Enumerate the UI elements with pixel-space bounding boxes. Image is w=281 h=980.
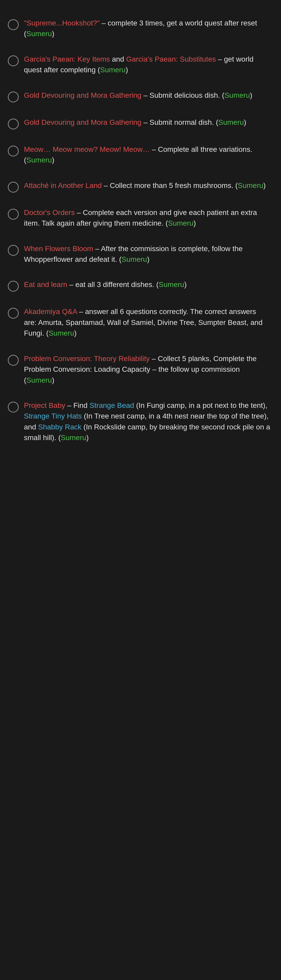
- location-tag: Sumeru: [168, 219, 193, 227]
- quest-description: Akademiya Q&A – answer all 6 questions c…: [24, 306, 271, 339]
- quest-description: Problem Conversion: Theory Reliability –…: [24, 353, 271, 385]
- list-item: Gold Devouring and Mora Gathering – Subm…: [8, 83, 271, 110]
- quest-checkbox[interactable]: [8, 281, 19, 292]
- list-item: "Supreme...Hookshot?" – complete 3 times…: [8, 10, 271, 46]
- quest-checkbox[interactable]: [8, 308, 19, 319]
- quest-description: Meow… Meow meow? Meow! Meow… – Complete …: [24, 144, 271, 165]
- list-item: Attaché in Another Land – Collect more t…: [8, 173, 271, 200]
- quest-title: Akademiya Q&A: [24, 307, 77, 316]
- item-link-shabby-rack: Shabby Rack: [38, 423, 82, 431]
- list-item: Project Baby – Find Strange Bead (In Fun…: [8, 393, 271, 450]
- location-tag: Sumeru: [26, 376, 52, 384]
- quest-title: "Supreme...Hookshot?": [24, 19, 100, 27]
- quest-checkbox[interactable]: [8, 182, 19, 192]
- quest-title: Attaché in Another Land: [24, 181, 102, 189]
- list-item: Eat and learn – eat all 3 different dish…: [8, 272, 271, 299]
- location-tag: Sumeru: [238, 181, 263, 189]
- location-tag: Sumeru: [26, 156, 52, 164]
- quest-title: Eat and learn: [24, 280, 67, 288]
- quest-description: "Supreme...Hookshot?" – complete 3 times…: [24, 18, 271, 39]
- location-tag: Sumeru: [61, 434, 86, 442]
- item-link-strange-bead: Strange Bead: [89, 401, 134, 409]
- quest-checkbox[interactable]: [8, 19, 19, 30]
- quest-description: Project Baby – Find Strange Bead (In Fun…: [24, 400, 271, 443]
- quest-title: Garcia's Paean: Key Items: [24, 55, 110, 63]
- list-item: Gold Devouring and Mora Gathering – Subm…: [8, 110, 271, 137]
- location-tag: Sumeru: [218, 118, 244, 126]
- quest-description: Gold Devouring and Mora Gathering – Subm…: [24, 90, 271, 100]
- quest-description: Eat and learn – eat all 3 different dish…: [24, 279, 271, 290]
- location-tag: Sumeru: [224, 91, 250, 99]
- quest-checkbox[interactable]: [8, 402, 19, 412]
- quest-title: Doctor's Orders: [24, 208, 75, 216]
- quest-description: When Flowers Bloom – After the commissio…: [24, 243, 271, 265]
- quest-title: Gold Devouring and Mora Gathering: [24, 118, 141, 126]
- quest-checkbox[interactable]: [8, 56, 19, 66]
- quest-title: When Flowers Bloom: [24, 245, 93, 253]
- quest-title-2: Garcia's Paean: Substitutes: [126, 55, 216, 63]
- quest-description: Doctor's Orders – Complete each version …: [24, 207, 271, 229]
- quest-description: Attaché in Another Land – Collect more t…: [24, 180, 271, 191]
- location-tag: Sumeru: [100, 66, 126, 74]
- quest-title: Meow… Meow meow? Meow! Meow…: [24, 145, 150, 153]
- quest-description: Garcia's Paean: Key Items and Garcia's P…: [24, 54, 271, 75]
- quest-checkbox[interactable]: [8, 146, 19, 156]
- quest-checkbox[interactable]: [8, 209, 19, 220]
- list-item: Garcia's Paean: Key Items and Garcia's P…: [8, 46, 271, 83]
- location-tag: Sumeru: [26, 30, 52, 38]
- list-item: Doctor's Orders – Complete each version …: [8, 200, 271, 236]
- quest-checkbox[interactable]: [8, 119, 19, 129]
- quest-description: Gold Devouring and Mora Gathering – Subm…: [24, 117, 271, 127]
- quest-title: Project Baby: [24, 401, 65, 409]
- item-link-strange-tiny-hats: Strange Tiny Hats: [24, 412, 82, 420]
- quest-checkbox[interactable]: [8, 245, 19, 256]
- list-item: When Flowers Bloom – After the commissio…: [8, 236, 271, 272]
- quest-title: Problem Conversion: Theory Reliability: [24, 355, 150, 363]
- quest-checkbox[interactable]: [8, 92, 19, 102]
- quest-checkbox[interactable]: [8, 355, 19, 366]
- location-tag: Sumeru: [121, 255, 147, 263]
- location-tag: Sumeru: [49, 329, 74, 337]
- list-item: Akademiya Q&A – answer all 6 questions c…: [8, 299, 271, 346]
- quest-title: Gold Devouring and Mora Gathering: [24, 91, 141, 99]
- list-item: Problem Conversion: Theory Reliability –…: [8, 346, 271, 393]
- list-item: Meow… Meow meow? Meow! Meow… – Complete …: [8, 137, 271, 173]
- quest-list: "Supreme...Hookshot?" – complete 3 times…: [8, 10, 271, 450]
- location-tag: Sumeru: [159, 280, 184, 288]
